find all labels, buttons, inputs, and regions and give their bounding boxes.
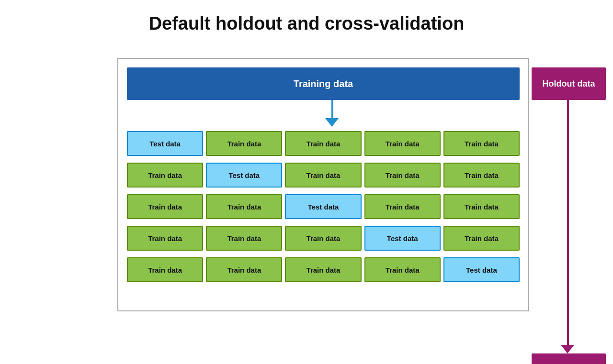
cell-r5-c2: Train data xyxy=(206,257,282,282)
holdout-bar: Holdout data xyxy=(532,67,606,100)
cell-r4-c1: Train data xyxy=(127,226,203,251)
cell-r1-c4: Train data xyxy=(364,131,441,156)
iter-cells-3: Train dataTrain dataTest dataTrain dataT… xyxy=(127,194,520,219)
cell-r2-c2: Test data xyxy=(206,163,282,188)
iter-cells-2: Train dataTest dataTrain dataTrain dataT… xyxy=(127,163,520,188)
cell-r5-c5: Test data xyxy=(443,257,520,282)
iter-cells-5: Train dataTrain dataTrain dataTrain data… xyxy=(127,257,520,282)
iter-row-2: Train dataTest dataTrain dataTrain dataT… xyxy=(127,160,520,190)
iteration-label-2: Iteration 2 xyxy=(0,160,43,190)
cell-r3-c1: Train data xyxy=(127,194,203,219)
training-bar: Training data xyxy=(127,67,520,100)
iter-cells-1: Test dataTrain dataTrain dataTrain dataT… xyxy=(127,131,520,156)
page-title: Default holdout and cross-validation xyxy=(0,0,613,44)
cell-r5-c3: Train data xyxy=(285,257,361,282)
cell-r1-c1: Test data xyxy=(127,131,203,156)
iteration-label-3: Iteration 3 xyxy=(0,192,43,221)
iter-row-4: Train dataTrain dataTrain dataTest dataT… xyxy=(127,223,520,253)
cell-r5-c1: Train data xyxy=(127,257,203,282)
iteration-rows: Test dataTrain dataTrain dataTrain dataT… xyxy=(127,129,520,285)
purple-arrow-head xyxy=(561,345,574,353)
blue-arrow-line xyxy=(331,100,333,120)
purple-arrow-line xyxy=(567,100,569,348)
cell-r1-c3: Train data xyxy=(285,131,361,156)
blue-arrow-head xyxy=(325,118,339,127)
cell-r2-c5: Train data xyxy=(443,163,520,188)
cell-r1-c5: Train data xyxy=(443,131,520,156)
cell-r4-c2: Train data xyxy=(206,226,282,251)
diagram-container: Training data Holdout data Final modelev… xyxy=(43,44,570,48)
cell-r1-c2: Train data xyxy=(206,131,282,156)
iter-row-3: Train dataTrain dataTest dataTrain dataT… xyxy=(127,192,520,221)
final-model-box: Final modelevaluation xyxy=(532,353,606,364)
cell-r4-c3: Train data xyxy=(285,226,361,251)
iteration-label-4: Iteration 4 xyxy=(0,223,43,253)
cell-r2-c1: Train data xyxy=(127,163,203,188)
cell-r3-c4: Train data xyxy=(364,194,441,219)
cell-r2-c3: Train data xyxy=(285,163,361,188)
final-model-text: Final modelevaluation xyxy=(546,362,591,364)
iter-row-1: Test dataTrain dataTrain dataTrain dataT… xyxy=(127,129,520,158)
cell-r5-c4: Train data xyxy=(364,257,441,282)
cell-r3-c3: Test data xyxy=(285,194,361,219)
iteration-label-5: Iteration 5 xyxy=(0,255,43,285)
iter-row-5: Train dataTrain dataTrain dataTrain data… xyxy=(127,255,520,285)
cell-r3-c5: Train data xyxy=(443,194,520,219)
cell-r3-c2: Train data xyxy=(206,194,282,219)
cell-r2-c4: Train data xyxy=(364,163,441,188)
cell-r4-c5: Train data xyxy=(443,226,520,251)
cell-r4-c4: Test data xyxy=(364,226,441,251)
iteration-label-1: Iteration 1 xyxy=(0,129,43,158)
iter-cells-4: Train dataTrain dataTrain dataTest dataT… xyxy=(127,226,520,251)
